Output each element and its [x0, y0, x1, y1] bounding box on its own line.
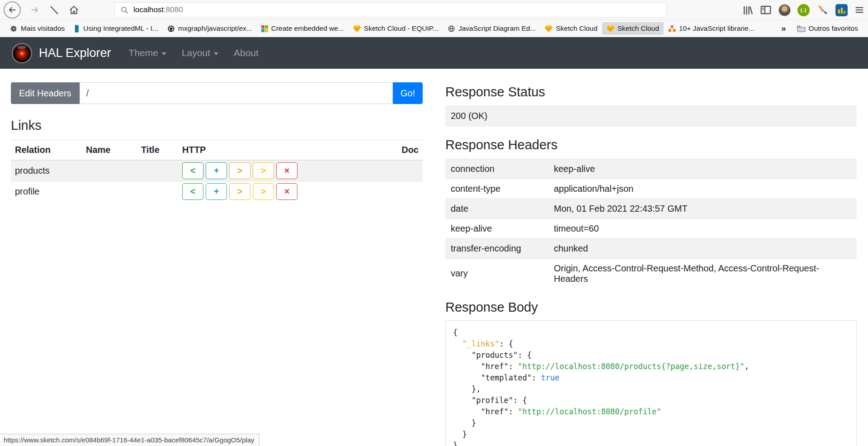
doc-cell: [393, 160, 423, 181]
bookmark-label: Sketch Cloud: [556, 24, 597, 33]
status-row: 200 (OK): [445, 106, 857, 126]
explorer-column: Edit Headers Go! Links Relation Name Tit…: [11, 82, 423, 446]
nav-theme-label: Theme: [129, 47, 158, 58]
header-key: date: [445, 199, 548, 218]
http-cell: <+>>×: [178, 160, 393, 181]
reload-icon: [49, 5, 60, 15]
bookmark-label: JavaScript Diagram Ed...: [458, 24, 536, 33]
title-cell: [137, 181, 178, 202]
bookmark-label: 10+ JavaScript librarie...: [679, 24, 755, 33]
bookmark-sketch-cloud-1[interactable]: Sketch Cloud: [540, 22, 602, 35]
get-button[interactable]: <: [182, 162, 203, 179]
table-row-profile: profile <+>>×: [11, 181, 423, 202]
orgchart-icon: [668, 25, 676, 32]
microsoft-icon: [261, 25, 268, 32]
link-status-tooltip: https://www.sketch.com/s/e084b69f-1716-4…: [0, 434, 259, 446]
sidebar-toggle-button[interactable]: [760, 4, 772, 16]
request-bar: Edit Headers Go!: [11, 82, 423, 104]
response-header-row: transfer-encodingchunked: [445, 238, 857, 258]
bookmark-label: Create embedded we...: [271, 24, 344, 33]
nav-about-link[interactable]: About: [226, 47, 266, 58]
delete-button[interactable]: ×: [276, 183, 297, 200]
folder-icon: [797, 25, 806, 32]
name-cell: [82, 181, 137, 202]
nav-theme-dropdown[interactable]: Theme: [121, 47, 174, 58]
header-value: keep-alive: [548, 159, 857, 179]
links-table-header: Relation Name Title HTTP Doc: [11, 140, 423, 160]
bookmark-label: mxgraph/javascript/ex...: [178, 24, 252, 33]
name-cell: [82, 160, 137, 181]
extension-button-1[interactable]: (․): [797, 4, 810, 16]
code-line: "_links": {: [453, 338, 849, 350]
chevron-down-icon: [214, 52, 218, 55]
put-button[interactable]: >: [229, 183, 250, 200]
patch-button[interactable]: >: [253, 183, 274, 200]
header-value: application/hal+json: [548, 179, 857, 199]
bookmark-js-diagram[interactable]: JavaScript Diagram Ed...: [443, 22, 540, 35]
extension-green-icon: (․): [797, 4, 810, 16]
profile-button[interactable]: [778, 4, 791, 16]
code-line: },: [453, 384, 849, 395]
bookmark-integratedml[interactable]: Using IntegratedML - I...: [69, 22, 163, 35]
header-key: keep-alive: [445, 218, 548, 238]
code-line: "templated": true: [453, 372, 849, 384]
bookmark-label: Mais visitados: [21, 24, 65, 33]
bookmark-sketch-cloud-2[interactable]: Sketch Cloud: [602, 22, 664, 35]
delete-button[interactable]: ×: [276, 162, 297, 179]
menu-button[interactable]: [854, 5, 864, 15]
relation-cell: profile: [11, 181, 82, 202]
edit-headers-button[interactable]: Edit Headers: [11, 82, 80, 104]
extension-button-3[interactable]: [835, 4, 848, 16]
response-status-title: Response Status: [445, 84, 857, 100]
response-header-row: content-typeapplication/hal+json: [445, 179, 857, 199]
home-button[interactable]: [69, 5, 79, 15]
request-path-input[interactable]: [80, 82, 393, 104]
bookmark-label: Outros favoritos: [809, 24, 858, 33]
nav-layout-dropdown[interactable]: Layout: [174, 47, 226, 58]
post-button[interactable]: +: [206, 162, 227, 179]
sketch-icon: [545, 25, 552, 32]
library-icon: [742, 5, 753, 16]
github-icon: [167, 25, 175, 33]
response-body-title: Response Body: [445, 299, 857, 315]
bookmarks-overflow-button[interactable]: »: [775, 24, 793, 33]
forward-button[interactable]: [30, 5, 40, 15]
back-button[interactable]: [4, 1, 21, 19]
brand-title[interactable]: HAL Explorer: [39, 46, 111, 60]
response-headers-table: connectionkeep-alivecontent-typeapplicat…: [445, 159, 857, 289]
put-button[interactable]: >: [229, 162, 250, 179]
back-arrow-icon: [7, 5, 17, 15]
search-icon: [120, 6, 129, 14]
header-value: Mon, 01 Feb 2021 22:43:57 GMT: [548, 199, 857, 218]
links-section-title: Links: [11, 118, 423, 133]
bookmark-sketch-equip[interactable]: Sketch Cloud - EQUIP...: [349, 22, 443, 35]
bookmark-create-embedded[interactable]: Create embedded we...: [257, 22, 349, 35]
code-line: "href": "http://localhost:8080/profile": [453, 406, 849, 418]
code-line: }: [453, 418, 849, 429]
bookmark-mxgraph[interactable]: mxgraph/javascript/ex...: [163, 22, 257, 35]
header-key: connection: [445, 159, 548, 179]
address-bar[interactable]: localhost:8080: [114, 2, 667, 18]
column-title: Title: [137, 140, 178, 160]
extension-arrow-icon: [816, 4, 829, 16]
post-button[interactable]: +: [206, 183, 227, 200]
go-button[interactable]: Go!: [393, 82, 423, 104]
extension-button-2[interactable]: [816, 4, 829, 16]
get-button[interactable]: <: [182, 183, 203, 200]
other-favorites-folder[interactable]: Outros favoritos: [793, 22, 863, 35]
bookmark-js-libraries[interactable]: 10+ JavaScript librarie...: [664, 22, 759, 35]
bookmarks-bar: Mais visitados Using IntegratedML - I...…: [0, 20, 868, 37]
patch-button[interactable]: >: [253, 162, 274, 179]
column-http: HTTP: [178, 140, 393, 160]
reload-button[interactable]: [49, 5, 60, 15]
forward-arrow-icon: [30, 5, 40, 15]
code-line: }: [453, 440, 849, 446]
header-key: vary: [445, 258, 548, 289]
response-column: Response Status 200 (OK) Response Header…: [445, 82, 857, 446]
bookmark-mais-visitados[interactable]: Mais visitados: [5, 22, 69, 35]
library-button[interactable]: [742, 5, 753, 16]
url-host: localhost: [133, 5, 164, 14]
links-table: Relation Name Title HTTP Doc products <+…: [11, 140, 423, 202]
book-icon: [74, 25, 80, 33]
header-value: timeout=60: [548, 218, 857, 238]
